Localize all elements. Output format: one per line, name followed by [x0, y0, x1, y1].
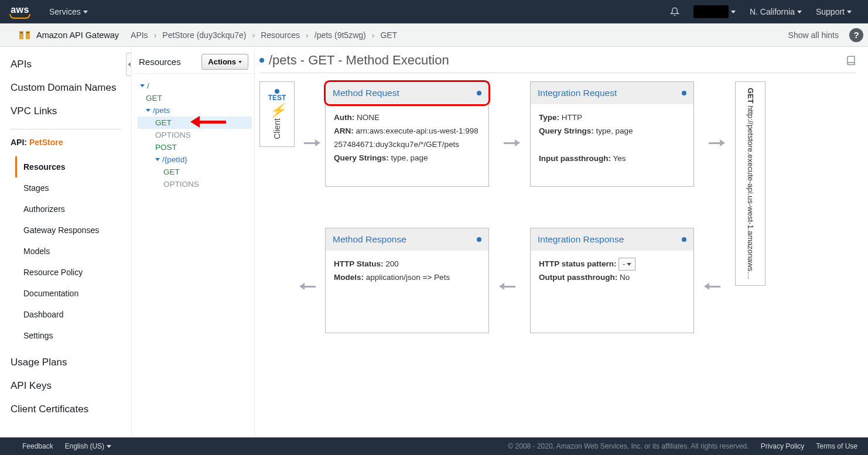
- nav-item-models[interactable]: Models: [15, 241, 121, 262]
- nav-item-stages[interactable]: Stages: [15, 177, 121, 199]
- resource-tree-panel: Resources Actions / GET /pets GET OPTION…: [132, 47, 255, 437]
- nav-item-documentation[interactable]: Documentation: [15, 283, 121, 304]
- chevron-down-icon: [627, 263, 631, 266]
- status-dot-icon: [682, 91, 686, 95]
- account-name-redacted: [693, 5, 729, 18]
- arrow-right-icon: [504, 142, 515, 144]
- aws-swoosh-icon: [9, 14, 30, 19]
- support-label: Support: [816, 7, 845, 16]
- tree-method-petid-get[interactable]: GET: [138, 166, 252, 178]
- collapse-nav-button[interactable]: [126, 53, 132, 76]
- resource-tree-header: Resources Actions: [132, 47, 254, 74]
- client-box: TEST ⚡ Client: [259, 81, 295, 147]
- aws-logo[interactable]: aws: [9, 5, 30, 19]
- footer: Feedback English (US) © 2008 - 2020, Ama…: [0, 437, 868, 455]
- docs-icon[interactable]: [846, 55, 856, 66]
- nav-item-dashboard[interactable]: Dashboard: [15, 304, 121, 325]
- arrow-left-icon: [504, 286, 515, 288]
- status-pattern-select[interactable]: -: [618, 258, 635, 271]
- resource-tree: / GET /pets GET OPTIONS POST /{petId} GE…: [132, 74, 254, 196]
- status-dot-icon: [682, 237, 686, 242]
- nav-item-client-certificates[interactable]: Client Certificates: [11, 403, 121, 415]
- nav-item-apis[interactable]: APIs: [11, 59, 121, 70]
- method-request-link[interactable]: Method Request: [333, 88, 399, 98]
- nav-item-gateway-responses[interactable]: Gateway Responses: [15, 220, 121, 241]
- actions-label: Actions: [208, 57, 236, 66]
- method-response-card: Method Response HTTP Status: 200 Models:…: [325, 228, 489, 333]
- api-context-label: API: PetStore: [11, 138, 121, 147]
- chevron-down-icon: [238, 61, 242, 63]
- tree-method-root-get[interactable]: GET: [138, 92, 252, 104]
- services-label: Services: [49, 7, 81, 16]
- copyright-text: © 2008 - 2020, Amazon Web Services, Inc.…: [508, 442, 749, 450]
- left-nav: APIs Custom Domain Names VPC Links API: …: [0, 47, 132, 437]
- chevron-down-icon: [140, 84, 145, 87]
- chevron-down-icon: [731, 11, 736, 13]
- method-execution-panel: /pets - GET - Method Execution TEST ⚡ Cl…: [255, 47, 868, 437]
- api-name: PetStore: [29, 138, 63, 147]
- tree-node-pets[interactable]: /pets: [138, 104, 252, 117]
- endpoint-url: http://petstore.execute-api.us-west-1.am…: [746, 105, 755, 279]
- method-request-header: Method Request: [324, 80, 490, 106]
- service-name[interactable]: Amazon API Gateway: [36, 30, 119, 40]
- page-title: /pets - GET - Method Execution: [269, 53, 449, 68]
- services-menu[interactable]: Services: [42, 7, 95, 16]
- method-request-card: Method Request Auth: NONE ARN: arn:aws:e…: [325, 81, 489, 187]
- method-response-link[interactable]: Method Response: [333, 234, 406, 245]
- integration-request-card: Integration Request Type: HTTP Query Str…: [530, 81, 694, 187]
- support-menu[interactable]: Support: [809, 7, 859, 16]
- integration-response-link[interactable]: Integration Response: [538, 234, 624, 245]
- nav-item-custom-domain-names[interactable]: Custom Domain Names: [11, 82, 121, 94]
- chevron-down-icon: [146, 109, 151, 112]
- integration-response-card: Integration Response HTTP status pattern…: [530, 228, 694, 333]
- nav-item-resources[interactable]: Resources: [15, 156, 121, 177]
- show-all-hints-link[interactable]: Show all hints: [788, 30, 839, 40]
- resource-tree-title: Resources: [139, 57, 181, 67]
- main-area: APIs Custom Domain Names VPC Links API: …: [0, 47, 868, 437]
- account-menu[interactable]: [686, 5, 743, 18]
- tree-node-petid[interactable]: /{petId}: [138, 153, 252, 166]
- endpoint-box: GET http://petstore.execute-api.us-west-…: [735, 81, 766, 286]
- nav-item-vpc-links[interactable]: VPC Links: [11, 105, 121, 117]
- breadcrumb-resources[interactable]: Resources: [261, 30, 300, 40]
- region-menu[interactable]: N. California: [743, 7, 809, 16]
- nav-item-settings[interactable]: Settings: [15, 325, 121, 346]
- actions-button[interactable]: Actions: [201, 54, 248, 70]
- svg-rect-2: [20, 32, 23, 33]
- tree-node-root[interactable]: /: [138, 80, 252, 92]
- client-label: Client: [272, 118, 282, 139]
- bolt-icon: ⚡: [269, 103, 285, 118]
- status-dot-icon: [477, 91, 481, 95]
- svg-rect-3: [26, 32, 29, 33]
- tree-method-petid-options[interactable]: OPTIONS: [138, 178, 252, 190]
- nav-item-resource-policy[interactable]: Resource Policy: [15, 262, 121, 283]
- breadcrumb-resource[interactable]: /pets (9t5zwg): [315, 30, 366, 40]
- service-bar: Amazon API Gateway APIs› PetStore (duy3c…: [0, 23, 868, 47]
- chevron-down-icon: [847, 11, 852, 13]
- nav-item-authorizers[interactable]: Authorizers: [15, 199, 121, 220]
- help-icon[interactable]: ?: [849, 28, 863, 42]
- top-nav: aws Services N. California Support: [0, 0, 868, 23]
- integration-request-link[interactable]: Integration Request: [538, 88, 617, 98]
- notifications-button[interactable]: [663, 7, 686, 16]
- status-dot-icon: [259, 58, 264, 63]
- tree-method-pets-post[interactable]: POST: [138, 141, 252, 153]
- breadcrumb-method[interactable]: GET: [380, 30, 397, 40]
- arrow-right-icon: [304, 142, 316, 144]
- breadcrumb-apis[interactable]: APIs: [131, 30, 148, 40]
- test-link[interactable]: TEST: [268, 94, 286, 102]
- feedback-link[interactable]: Feedback: [22, 442, 53, 450]
- privacy-link[interactable]: Privacy Policy: [761, 442, 805, 450]
- arrow-right-icon: [709, 142, 720, 144]
- tree-method-pets-options[interactable]: OPTIONS: [138, 129, 252, 141]
- breadcrumb-api[interactable]: PetStore (duy3ckqu7e): [162, 30, 246, 40]
- bell-icon: [670, 7, 679, 16]
- chevron-down-icon: [797, 11, 802, 13]
- chevron-down-icon: [83, 11, 88, 13]
- terms-link[interactable]: Terms of Use: [816, 442, 857, 450]
- region-label: N. California: [750, 7, 795, 16]
- nav-item-usage-plans[interactable]: Usage Plans: [11, 357, 121, 368]
- language-menu[interactable]: English (US): [65, 442, 111, 450]
- annotation-red-arrow: [190, 116, 226, 128]
- nav-item-api-keys[interactable]: API Keys: [11, 380, 121, 392]
